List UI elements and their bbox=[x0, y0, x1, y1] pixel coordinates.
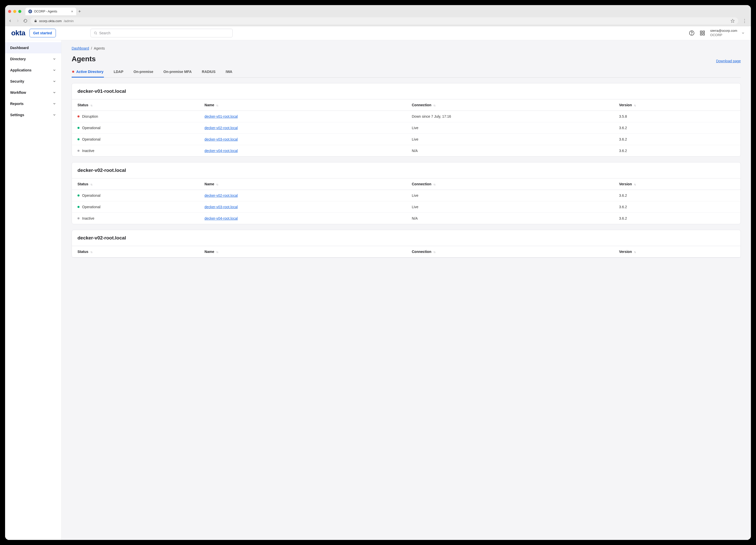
table-row: Disruption decker-v01-root.local Down si… bbox=[72, 111, 741, 122]
col-name[interactable]: Name ↑↓ bbox=[199, 99, 406, 111]
agent-name-link[interactable]: decker-v04-root.local bbox=[204, 216, 238, 220]
status-dot-icon bbox=[77, 217, 80, 219]
user-menu[interactable]: sierra@ocorp.com OCORP bbox=[710, 29, 745, 37]
search-input[interactable] bbox=[99, 31, 229, 35]
svg-rect-5 bbox=[700, 31, 702, 33]
window-controls bbox=[8, 10, 21, 13]
breadcrumb-sep: / bbox=[90, 46, 94, 50]
chevron-down-icon bbox=[53, 91, 56, 94]
breadcrumb-root[interactable]: Dashboard bbox=[72, 46, 89, 50]
agent-group-card: decker-v01-root.local Status ↑↓ Name ↑↓ … bbox=[72, 83, 741, 156]
browser-menu-icon[interactable]: ⋮ bbox=[741, 18, 748, 24]
okta-logo[interactable]: okta bbox=[11, 29, 25, 37]
back-button[interactable] bbox=[8, 19, 12, 23]
chevron-down-icon bbox=[741, 31, 745, 35]
status-cell: Operational bbox=[77, 126, 193, 130]
col-name[interactable]: Name ↑↓ bbox=[199, 178, 406, 190]
tab-label: IWA bbox=[226, 70, 232, 74]
agent-name-link[interactable]: decker-v04-root.local bbox=[204, 149, 238, 153]
sort-icon: ↑↓ bbox=[634, 183, 636, 186]
forward-button[interactable] bbox=[16, 19, 20, 23]
sidebar-item-directory[interactable]: Directory bbox=[5, 53, 61, 65]
sort-icon: ↑↓ bbox=[90, 104, 92, 107]
address-bar[interactable]: ocorp.okta.com/admin bbox=[30, 17, 738, 24]
agent-name-link[interactable]: decker-v02-root.local bbox=[204, 193, 238, 197]
sidebar-item-label: Security bbox=[10, 79, 24, 83]
connection-cell: Live bbox=[406, 134, 613, 145]
status-dot-icon bbox=[77, 194, 80, 196]
connection-cell: Down since 7 July, 17:16 bbox=[406, 111, 613, 122]
sidebar-item-workflow[interactable]: Workflow bbox=[5, 87, 61, 98]
close-tab-icon[interactable]: × bbox=[71, 10, 73, 13]
agent-name-link[interactable]: decker-v02-root.local bbox=[204, 126, 238, 130]
tab-label: On-premise MFA bbox=[163, 70, 192, 74]
status-cell: Inactive bbox=[77, 149, 193, 153]
breadcrumb: Dashboard / Agents bbox=[72, 46, 741, 50]
download-page-link[interactable]: Download page bbox=[716, 59, 741, 63]
sidebar-item-settings[interactable]: Settings bbox=[5, 109, 61, 120]
col-name[interactable]: Name ↑↓ bbox=[199, 246, 406, 257]
col-version[interactable]: Version ↑↓ bbox=[613, 178, 741, 190]
tab-active-directory[interactable]: Active Directory bbox=[72, 67, 104, 77]
col-connection[interactable]: Connection ↑↓ bbox=[406, 99, 613, 111]
user-text: sierra@ocorp.com OCORP bbox=[710, 29, 737, 37]
tab-radius[interactable]: RADIUS bbox=[201, 67, 216, 77]
status-dot-icon bbox=[77, 138, 80, 140]
tab-ldap[interactable]: LDAP bbox=[113, 67, 124, 77]
header-right: sierra@ocorp.com OCORP bbox=[689, 29, 745, 37]
nav-buttons bbox=[8, 19, 27, 23]
sidebar-item-security[interactable]: Security bbox=[5, 76, 61, 87]
col-version[interactable]: Version ↑↓ bbox=[613, 246, 741, 257]
col-connection[interactable]: Connection ↑↓ bbox=[406, 178, 613, 190]
apps-grid-icon[interactable] bbox=[700, 30, 705, 36]
search-box[interactable] bbox=[90, 29, 233, 37]
maximize-window-icon[interactable] bbox=[18, 10, 21, 13]
tab-iwa[interactable]: IWA bbox=[225, 67, 233, 77]
version-cell: 3.6.2 bbox=[613, 134, 741, 145]
favicon-icon bbox=[28, 10, 32, 13]
sidebar-item-reports[interactable]: Reports bbox=[5, 98, 61, 109]
sidebar-item-label: Applications bbox=[10, 68, 31, 72]
tab-label: On-premise bbox=[134, 70, 153, 74]
bookmark-icon[interactable] bbox=[731, 19, 735, 23]
tab-on-premise[interactable]: On-premise bbox=[133, 67, 154, 77]
group-title: decker-v01-root.local bbox=[72, 83, 741, 99]
tab-on-premise-mfa[interactable]: On-premise MFA bbox=[163, 67, 192, 77]
help-icon[interactable] bbox=[689, 30, 695, 36]
sort-icon: ↑↓ bbox=[216, 250, 218, 253]
browser-chrome: OCORP - Agents × + ocorp bbox=[5, 5, 751, 26]
new-tab-button[interactable]: + bbox=[78, 9, 81, 14]
col-status[interactable]: Status ↑↓ bbox=[72, 178, 199, 190]
col-status[interactable]: Status ↑↓ bbox=[72, 246, 199, 257]
connection-cell: Live bbox=[406, 201, 613, 213]
agent-name-link[interactable]: decker-v03-root.local bbox=[204, 205, 238, 209]
status-cell: Operational bbox=[77, 205, 193, 209]
close-window-icon[interactable] bbox=[8, 10, 11, 13]
svg-rect-6 bbox=[703, 31, 704, 33]
sidebar-item-dashboard[interactable]: Dashboard bbox=[5, 42, 61, 53]
chevron-down-icon bbox=[53, 80, 56, 83]
col-connection[interactable]: Connection ↑↓ bbox=[406, 246, 613, 257]
sort-icon: ↑↓ bbox=[433, 250, 435, 253]
main-content: Dashboard / Agents Agents Download page … bbox=[61, 40, 751, 540]
chevron-down-icon bbox=[53, 68, 56, 72]
agent-name-link[interactable]: decker-v01-root.local bbox=[204, 114, 238, 118]
agents-table: Status ↑↓ Name ↑↓ Connection ↑↓ Version … bbox=[72, 178, 741, 224]
agent-group-card: decker-v02-root.local Status ↑↓ Name ↑↓ … bbox=[72, 230, 741, 258]
svg-line-2 bbox=[96, 34, 97, 35]
agent-name-link[interactable]: decker-v03-root.local bbox=[204, 137, 238, 141]
sidebar-item-applications[interactable]: Applications bbox=[5, 65, 61, 76]
col-status[interactable]: Status ↑↓ bbox=[72, 99, 199, 111]
status-dot-icon bbox=[77, 115, 80, 117]
minimize-window-icon[interactable] bbox=[13, 10, 16, 13]
connection-cell: Live bbox=[406, 122, 613, 134]
group-title: decker-v02-root.local bbox=[72, 162, 741, 178]
user-email: sierra@ocorp.com bbox=[710, 29, 737, 33]
reload-button[interactable] bbox=[23, 19, 27, 23]
get-started-button[interactable]: Get started bbox=[29, 29, 56, 37]
sidebar-item-label: Dashboard bbox=[10, 46, 29, 50]
browser-tab[interactable]: OCORP - Agents × bbox=[25, 8, 76, 15]
status-label: Operational bbox=[82, 193, 100, 197]
col-version[interactable]: Version ↑↓ bbox=[613, 99, 741, 111]
app-header: okta Get started si bbox=[5, 26, 751, 40]
